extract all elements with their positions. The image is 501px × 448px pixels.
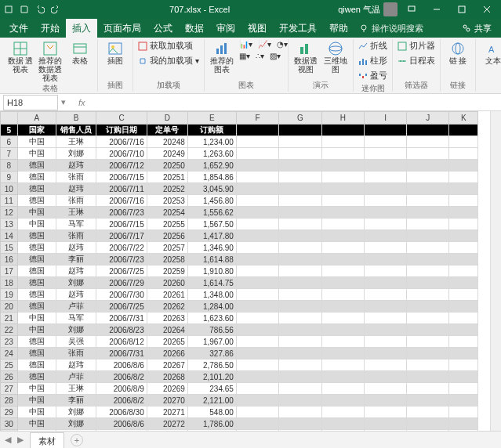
maximize-button[interactable] (451, 3, 473, 16)
recommended-charts-button[interactable]: 推荐的 图表 (208, 39, 236, 74)
table-row[interactable]: 23德国吴强2006/8/12202651,967.00 (1, 336, 478, 348)
text-button[interactable]: A文本 (479, 39, 501, 65)
table-row[interactable]: 13中国马军2006/7/15202551,567.50 (1, 219, 478, 230)
illustrations-button[interactable]: 插图 (101, 39, 129, 65)
undo-icon[interactable] (34, 4, 45, 15)
table-row[interactable]: 6中国王琳2006/7/16202481,234.00 (1, 136, 478, 148)
line-chart-icon[interactable]: 📈▾ (256, 39, 273, 49)
window-title: 707.xlsx - Excel (61, 5, 338, 14)
svg-rect-32 (398, 42, 406, 50)
table-row[interactable]: 31德国张雨2006/8/12202732,037.28 (1, 430, 478, 432)
table-row[interactable]: 18德国刘娜2006/7/29202601,614.75 (1, 277, 478, 289)
svg-point-37 (456, 43, 460, 54)
slicer-button[interactable]: 切片器 (396, 39, 437, 52)
table-row[interactable]: 16德国李丽2006/7/23202581,614.88 (1, 254, 478, 266)
table-row[interactable]: 25德国赵玮2006/8/6202672,786.50 (1, 359, 478, 371)
table-row[interactable]: 12中国王琳2006/7/23202541,556.62 (1, 207, 478, 219)
svg-rect-26 (359, 61, 361, 65)
menu-数据[interactable]: 数据 (179, 19, 210, 38)
table-row[interactable]: 30中国刘娜2006/8/6202721,786.00 (1, 418, 478, 430)
table-row[interactable]: 5国家销售人员订购日期定单号订购额 (1, 125, 478, 136)
svg-point-34 (400, 60, 401, 62)
table-row[interactable]: 10德国赵玮2006/7/11202523,045.90 (1, 183, 478, 195)
fx-icon[interactable]: fx (78, 98, 85, 107)
svg-rect-16 (109, 43, 122, 54)
table-row[interactable]: 22中国刘娜2006/8/2320264786.56 (1, 324, 478, 336)
table-row[interactable]: 11德国张雨2006/7/16202531,456.80 (1, 195, 478, 207)
group-filters: 切片器 日程表 筛选器 (393, 39, 441, 92)
name-box[interactable]: H18 (3, 95, 58, 110)
timeline-button[interactable]: 日程表 (396, 54, 437, 67)
menu-视图[interactable]: 视图 (241, 19, 273, 38)
svg-rect-31 (365, 74, 367, 76)
table-row[interactable]: 17德国赵玮2006/7/25202591,910.80 (1, 266, 478, 277)
ribbon-display-icon[interactable] (401, 3, 423, 16)
menu-帮助[interactable]: 帮助 (323, 19, 354, 38)
column-chart-icon[interactable]: 📊▾ (238, 39, 254, 49)
user-avatar[interactable] (383, 2, 398, 16)
menu-页面布局[interactable]: 页面布局 (97, 19, 147, 38)
table-row[interactable]: 9德国张雨2006/7/15202511,854.86 (1, 172, 478, 183)
column-headers[interactable]: ABCDEFGHIJK (1, 112, 478, 125)
menu-文件[interactable]: 文件 (3, 19, 34, 38)
minimize-button[interactable] (426, 3, 448, 16)
svg-point-25 (329, 46, 342, 51)
scatter-chart-icon[interactable]: ∴▾ (254, 51, 266, 61)
tab-nav-prev[interactable]: ◀ (5, 435, 11, 445)
table-row[interactable]: 28中国李丽2006/8/2202702,121.00 (1, 395, 478, 406)
share-button[interactable]: 共享 (456, 23, 498, 34)
sparkline-line-button[interactable]: 折线 (357, 39, 389, 52)
add-sheet-button[interactable]: + (71, 434, 83, 446)
autosave-icon[interactable] (3, 4, 14, 15)
table-row[interactable]: 21中国马军2006/7/31202631,623.60 (1, 313, 478, 324)
group-sparklines: 折线 柱形 盈亏 迷你图 (354, 39, 393, 92)
pivot-table-button[interactable]: 数据 透视表 (6, 39, 34, 74)
link-button[interactable]: 链 接 (444, 39, 472, 65)
menu-审阅[interactable]: 审阅 (210, 19, 241, 38)
table-row[interactable]: 20德国卢菲2006/7/25202621,284.00 (1, 301, 478, 313)
surface-chart-icon[interactable]: ▨▾ (268, 51, 282, 61)
table-row[interactable]: 7中国刘娜2006/7/10202491,263.60 (1, 148, 478, 160)
close-button[interactable] (476, 3, 498, 16)
table-row[interactable]: 8德国赵玮2006/7/12202501,652.90 (1, 160, 478, 172)
title-bar: 707.xlsx - Excel qiwen 气温 (0, 0, 501, 19)
vertical-scrollbar[interactable] (490, 111, 501, 431)
menu-公式[interactable]: 公式 (147, 19, 179, 38)
sheet-tab-active[interactable]: 素材 (30, 432, 64, 448)
menu-开始[interactable]: 开始 (34, 19, 66, 38)
sparkline-column-button[interactable]: 柱形 (357, 54, 389, 67)
get-addins-button[interactable]: 获取加载项 (136, 39, 201, 52)
table-row[interactable]: 14德国张雨2006/7/17202561,417.80 (1, 230, 478, 242)
tell-me-search[interactable]: 操作说明搜索 (359, 23, 423, 34)
menu-开发工具[interactable]: 开发工具 (273, 19, 323, 38)
menu-bar: 文件开始插入页面布局公式数据审阅视图开发工具帮助 操作说明搜索 共享 (0, 19, 501, 38)
formula-input[interactable] (90, 95, 501, 110)
sparkline-winloss-button[interactable]: 盈亏 (357, 69, 389, 82)
table-row[interactable]: 15德国赵玮2006/7/22202571,346.90 (1, 242, 478, 254)
user-name: qiwen 气温 (338, 4, 380, 16)
table-row[interactable]: 29中国刘娜2006/8/3020271548.00 (1, 406, 478, 418)
pivot-chart-button[interactable]: 数据透视图 (292, 39, 320, 74)
svg-rect-29 (359, 74, 361, 76)
menu-插入[interactable]: 插入 (66, 19, 97, 38)
svg-rect-18 (139, 42, 147, 50)
recommended-pivot-button[interactable]: 推荐的 数据透视表 (36, 39, 64, 82)
svg-rect-30 (362, 76, 364, 78)
table-row[interactable]: 27中国王琳2006/8/920269234.65 (1, 383, 478, 395)
spreadsheet-grid[interactable]: ABCDEFGHIJK 5国家销售人员订购日期定单号订购额6中国王琳2006/7… (0, 111, 501, 431)
table-button[interactable]: 表格 (66, 39, 94, 65)
table-row[interactable]: 19德国赵玮2006/7/30202611,348.00 (1, 289, 478, 301)
3d-map-button[interactable]: 三维地 图 (321, 39, 350, 74)
save-icon[interactable] (19, 4, 30, 15)
svg-rect-27 (362, 59, 364, 65)
redo-icon[interactable] (50, 4, 61, 15)
table-row[interactable]: 24德国张雨2006/7/3120266327.86 (1, 348, 478, 359)
pie-chart-icon[interactable]: ◔▾ (275, 39, 289, 49)
name-box-dropdown-icon[interactable]: ▾ (61, 97, 66, 107)
table-row[interactable]: 26德国卢菲2006/8/2202682,101.20 (1, 371, 478, 383)
hierarchy-chart-icon[interactable]: ▦▾ (238, 51, 252, 61)
tab-nav-next[interactable]: ▶ (17, 435, 24, 445)
svg-rect-23 (305, 44, 308, 54)
my-addins-button[interactable]: 我的加载项 ▾ (136, 54, 201, 67)
svg-rect-0 (5, 6, 12, 13)
